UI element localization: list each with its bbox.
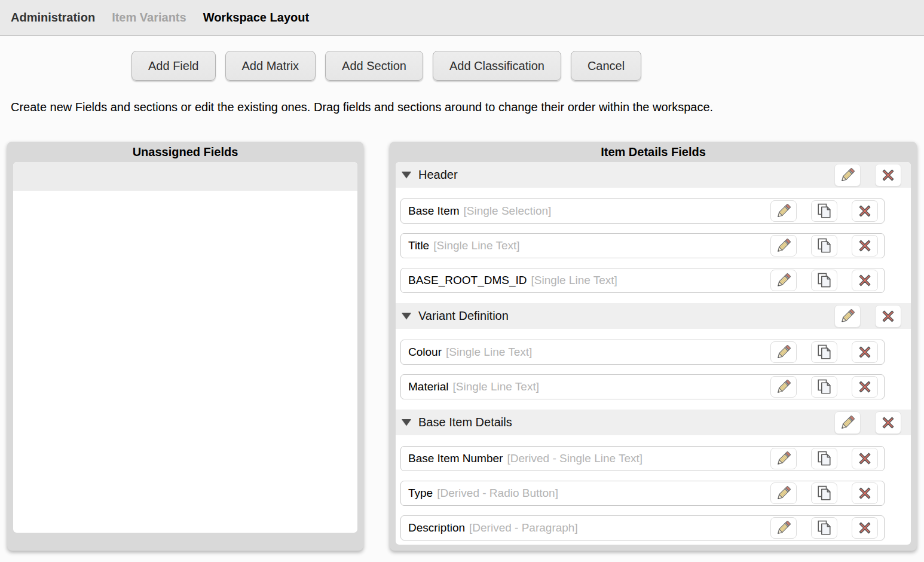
nav-workspace-layout[interactable]: Workspace Layout xyxy=(203,11,309,25)
delete-x-icon xyxy=(856,203,873,219)
delete-x-icon xyxy=(856,344,873,361)
delete-x-icon xyxy=(880,167,897,184)
pencil-icon xyxy=(775,378,793,396)
field-row[interactable]: Material [Single Line Text] xyxy=(400,374,885,399)
field-row[interactable]: Base Item [Single Selection] xyxy=(400,198,885,224)
field-type: [Single Line Text] xyxy=(433,239,519,252)
field-row[interactable]: BASE_ROOT_DMS_ID [Single Line Text] xyxy=(400,268,885,293)
add-section-button[interactable]: Add Section xyxy=(325,51,423,81)
field-copy-button[interactable] xyxy=(811,376,837,398)
delete-x-icon xyxy=(880,308,897,325)
delete-x-icon xyxy=(856,237,873,254)
field-label: Description xyxy=(408,521,465,534)
field-edit-button[interactable] xyxy=(770,482,797,504)
unassigned-fields-panel: Unassigned Fields xyxy=(7,142,363,551)
field-edit-button[interactable] xyxy=(770,517,797,539)
field-type: [Derived - Radio Button] xyxy=(437,487,558,500)
section-header[interactable]: Variant Definition xyxy=(396,303,911,329)
section-delete-button[interactable] xyxy=(875,164,901,187)
field-type: [Derived - Paragraph] xyxy=(469,521,578,534)
field-actions xyxy=(770,270,878,291)
field-actions xyxy=(770,235,878,256)
field-type: [Single Selection] xyxy=(464,204,552,218)
section-edit-button[interactable] xyxy=(834,305,861,328)
top-navigation-bar: Administration Item Variants Workspace L… xyxy=(0,0,924,36)
field-delete-button[interactable] xyxy=(852,376,878,398)
field-delete-button[interactable] xyxy=(852,270,878,291)
field-copy-button[interactable] xyxy=(811,482,837,504)
section-header[interactable]: Header xyxy=(396,162,911,188)
field-actions xyxy=(770,482,878,504)
field-actions xyxy=(770,517,878,539)
field-edit-button[interactable] xyxy=(770,235,797,256)
section-header[interactable]: Base Item Details xyxy=(396,410,911,435)
layout-section: Header Base Item [Single Selection] xyxy=(396,162,911,293)
cancel-button[interactable]: Cancel xyxy=(571,51,641,81)
field-label: Material xyxy=(408,380,449,393)
section-edit-button[interactable] xyxy=(834,164,861,187)
field-copy-button[interactable] xyxy=(811,200,837,222)
field-row[interactable]: Type [Derived - Radio Button] xyxy=(400,481,885,506)
field-type: [Single Line Text] xyxy=(453,380,539,393)
field-copy-button[interactable] xyxy=(811,270,837,291)
field-delete-button[interactable] xyxy=(852,517,878,539)
delete-x-icon xyxy=(856,485,873,502)
field-label: Base Item xyxy=(408,204,460,218)
section-field-rows: Colour [Single Line Text] Material [Sing… xyxy=(400,340,885,399)
field-delete-button[interactable] xyxy=(852,448,878,469)
layout-section: Base Item Details Base Item Number [Deri… xyxy=(396,410,911,540)
workspace-panels: Unassigned Fields Item Details Fields He… xyxy=(7,142,917,551)
field-copy-button[interactable] xyxy=(811,235,837,256)
section-delete-button[interactable] xyxy=(875,305,901,328)
field-label: Type xyxy=(408,487,433,500)
delete-x-icon xyxy=(856,272,873,289)
field-delete-button[interactable] xyxy=(852,482,878,504)
collapse-triangle-icon[interactable] xyxy=(402,419,411,426)
pencil-icon xyxy=(775,202,793,220)
field-type: [Derived - Single Line Text] xyxy=(507,452,642,465)
toolbar: Add Field Add Matrix Add Section Add Cla… xyxy=(0,51,924,81)
field-delete-button[interactable] xyxy=(852,200,878,222)
field-copy-button[interactable] xyxy=(811,341,837,363)
section-edit-button[interactable] xyxy=(834,411,861,434)
field-edit-button[interactable] xyxy=(770,270,797,291)
field-label: Base Item Number xyxy=(408,452,503,465)
field-actions xyxy=(770,376,878,398)
unassigned-empty-drop-zone xyxy=(13,162,357,191)
section-delete-button[interactable] xyxy=(875,411,901,434)
field-copy-button[interactable] xyxy=(811,517,837,539)
add-classification-button[interactable]: Add Classification xyxy=(433,51,561,81)
unassigned-fields-list[interactable] xyxy=(13,162,357,533)
pencil-icon xyxy=(775,450,793,468)
item-details-sections: Header Base Item [Single Selection] xyxy=(396,162,911,545)
copy-icon xyxy=(815,202,833,220)
field-row[interactable]: Description [Derived - Paragraph] xyxy=(400,515,885,540)
delete-x-icon xyxy=(856,450,873,467)
pencil-icon xyxy=(839,414,856,432)
field-edit-button[interactable] xyxy=(770,448,797,469)
field-edit-button[interactable] xyxy=(770,341,797,363)
section-title: Variant Definition xyxy=(418,309,509,323)
section-actions xyxy=(834,164,901,187)
collapse-triangle-icon[interactable] xyxy=(402,172,411,178)
field-row[interactable]: Colour [Single Line Text] xyxy=(400,340,885,365)
field-delete-button[interactable] xyxy=(852,235,878,256)
field-edit-button[interactable] xyxy=(770,200,797,222)
collapse-triangle-icon[interactable] xyxy=(402,313,411,319)
field-delete-button[interactable] xyxy=(852,341,878,363)
nav-administration[interactable]: Administration xyxy=(11,11,95,25)
pencil-icon xyxy=(839,166,856,184)
section-field-rows: Base Item [Single Selection] Title [Sing… xyxy=(400,198,885,293)
copy-icon xyxy=(815,450,833,468)
field-copy-button[interactable] xyxy=(811,448,837,469)
add-field-button[interactable]: Add Field xyxy=(131,51,216,81)
section-field-rows: Base Item Number [Derived - Single Line … xyxy=(400,446,885,540)
section-actions xyxy=(834,411,901,434)
field-row[interactable]: Base Item Number [Derived - Single Line … xyxy=(400,446,885,471)
field-edit-button[interactable] xyxy=(770,376,797,398)
delete-x-icon xyxy=(856,378,873,395)
add-matrix-button[interactable]: Add Matrix xyxy=(225,51,316,81)
field-label: Colour xyxy=(408,346,442,359)
field-row[interactable]: Title [Single Line Text] xyxy=(400,233,885,258)
pencil-icon xyxy=(775,519,793,537)
